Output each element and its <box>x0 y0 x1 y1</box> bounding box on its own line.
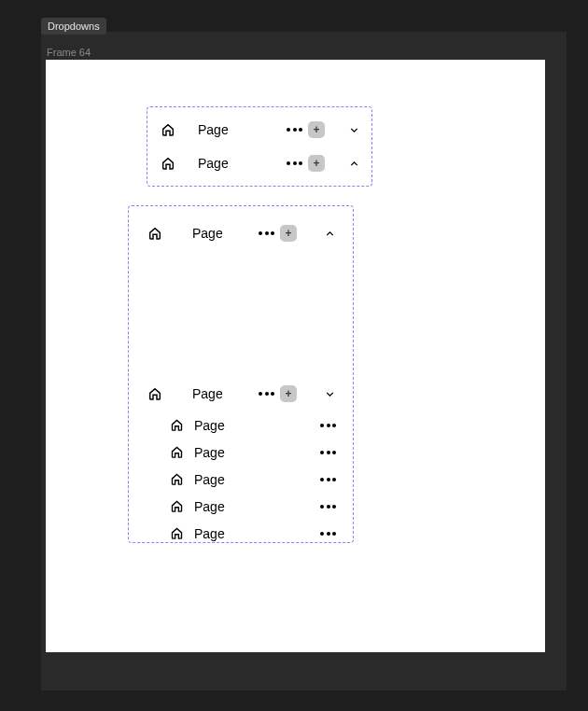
canvas: Page + Page + <box>46 60 545 652</box>
more-icon[interactable] <box>320 532 336 536</box>
list-item-label: Page <box>194 472 320 487</box>
list-item[interactable]: Page <box>129 411 353 439</box>
dropdown-group-1: Page + Page + <box>147 106 372 187</box>
list-item[interactable]: Page <box>129 439 353 466</box>
chevron-up-icon[interactable] <box>347 158 360 170</box>
list-item[interactable]: Page <box>129 493 353 520</box>
list-item[interactable]: Page <box>129 466 353 493</box>
chevron-down-icon[interactable] <box>347 124 360 136</box>
dropdown-label: Page <box>192 226 223 241</box>
add-button[interactable]: + <box>308 155 325 172</box>
dropdown-header[interactable]: Page + <box>129 380 353 408</box>
chevron-up-icon[interactable] <box>323 228 336 240</box>
more-icon[interactable] <box>320 451 336 454</box>
dropdown-with-items: Page + Page <box>129 380 353 547</box>
home-icon <box>146 386 164 401</box>
dropdown-header[interactable]: Page + <box>129 219 353 247</box>
more-icon[interactable] <box>259 392 274 396</box>
home-icon <box>159 122 177 137</box>
home-icon <box>168 445 185 459</box>
home-icon <box>168 418 185 432</box>
add-button[interactable]: + <box>308 121 325 138</box>
add-button[interactable]: + <box>280 385 297 402</box>
dropdown-label: Page <box>198 156 229 171</box>
list-item-label: Page <box>194 499 320 514</box>
dropdown-label: Page <box>198 122 229 137</box>
list-item-label: Page <box>194 418 320 433</box>
component-tag: Dropdowns <box>41 18 106 35</box>
home-icon <box>159 156 177 171</box>
more-icon[interactable] <box>259 231 274 235</box>
list-item-label: Page <box>194 526 320 541</box>
list-item[interactable]: Page <box>129 520 353 547</box>
dropdown-header[interactable]: Page + <box>147 149 371 177</box>
outer-panel: Frame 64 Page + Page <box>41 32 567 690</box>
more-icon[interactable] <box>320 505 336 509</box>
home-icon <box>168 472 185 486</box>
dropdown-header[interactable]: Page + <box>147 116 371 144</box>
frame-label: Frame 64 <box>47 47 567 58</box>
home-icon <box>168 499 185 513</box>
home-icon <box>146 226 164 241</box>
dropdown-group-2: Page + Page + <box>128 205 354 543</box>
home-icon <box>168 526 185 540</box>
dropdown-items: Page Page Page <box>129 408 353 547</box>
dropdown-label: Page <box>192 386 223 401</box>
more-icon[interactable] <box>320 478 336 481</box>
more-icon[interactable] <box>287 161 302 165</box>
add-button[interactable]: + <box>280 225 297 242</box>
more-icon[interactable] <box>287 128 302 132</box>
more-icon[interactable] <box>320 424 336 427</box>
chevron-down-icon[interactable] <box>323 388 336 400</box>
list-item-label: Page <box>194 445 320 460</box>
